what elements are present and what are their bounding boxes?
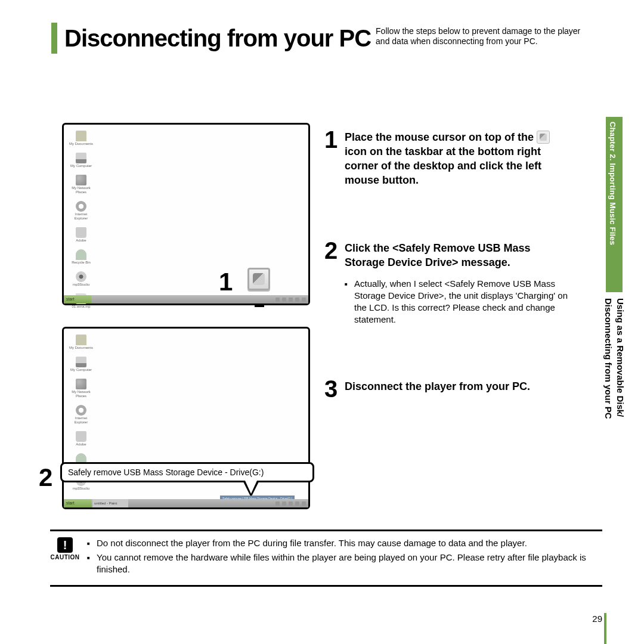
- desktop-icon-network: My Network Places: [69, 175, 94, 194]
- caution-icon: !: [57, 537, 73, 553]
- sidebar: Chapter 2. Importing Music Files Using a…: [606, 119, 633, 608]
- step-note: Actually, when I select <Safely Remove U…: [345, 278, 569, 326]
- desktop-icon-computer: My Computer: [69, 153, 94, 168]
- desktop-icon-docs: My Documents: [69, 335, 94, 350]
- step-title: Disconnect the player from your PC.: [345, 379, 569, 394]
- taskbar-start: start: [64, 499, 91, 507]
- sidebar-chapter-text: Chapter 2. Importing Music Files: [608, 122, 617, 245]
- page-number: 29: [592, 614, 602, 624]
- accent-bar: [51, 23, 57, 54]
- steps-column: 1 Place the mouse cursor on top of the i…: [324, 130, 569, 398]
- caution-icon-block: ! CAUTION: [50, 537, 80, 578]
- desktop-icon-ie: Internet Explorer: [69, 405, 94, 425]
- step-number: 1: [324, 130, 345, 187]
- desktop-icon-network: My Network Places: [69, 379, 94, 398]
- step-3: 3 Disconnect the player from your PC.: [324, 379, 569, 398]
- screenshot-1: My Documents My Computer My Network Plac…: [62, 123, 310, 305]
- desktop-icon-recycle: Recycle Bin: [69, 249, 94, 265]
- taskbar-start: start: [64, 295, 91, 304]
- caution-list: Do not disconnect the player from the PC…: [80, 537, 602, 578]
- page-header: Disconnecting from your PC Follow the st…: [51, 23, 602, 54]
- taskbar-tray: [275, 295, 308, 304]
- sidebar-chapter-tab: Chapter 2. Importing Music Files: [606, 117, 623, 292]
- safely-remove-icon: [537, 131, 550, 144]
- screenshot-label: 1: [219, 268, 233, 296]
- sidebar-section-line2: Disconnecting from your PC: [603, 298, 614, 419]
- step-number: 3: [324, 379, 345, 398]
- desktop-icon-adobe: Adobe: [69, 431, 94, 447]
- desktop-icon-computer: My Computer: [69, 357, 94, 372]
- screenshot-label: 2: [39, 463, 52, 492]
- step-title: Click the <Safely Remove USB Mass Storag…: [345, 241, 569, 270]
- caution-box: ! CAUTION Do not disconnect the player f…: [50, 530, 602, 587]
- desktop-icons: My Documents My Computer My Network Plac…: [69, 131, 94, 309]
- page-subtitle: Follow the steps below to prevent damage…: [376, 26, 590, 47]
- safe-remove-popup: Safely remove USB Mass Storage Device - …: [60, 462, 314, 482]
- taskbar: start untitled - Paint: [64, 499, 308, 507]
- taskbar-open-app: untitled - Paint: [92, 499, 128, 507]
- caution-label: CAUTION: [50, 554, 80, 561]
- step-notes: Actually, when I select <Safely Remove U…: [345, 278, 569, 326]
- popup-arrow: [243, 481, 259, 497]
- taskbar: start: [64, 295, 308, 304]
- caution-item: Do not disconnect the player from the PC…: [87, 537, 602, 549]
- step-number: 2: [324, 241, 345, 326]
- screenshots-column: My Documents My Computer My Network Plac…: [62, 123, 310, 531]
- desktop-icon-ie: Internet Explorer: [69, 201, 94, 221]
- footer-accent-bar: [604, 613, 606, 644]
- desktop-icon-mp3: mp3Studio: [69, 271, 94, 287]
- desktop-icon-adobe: Adobe: [69, 227, 94, 243]
- caution-item: You cannot remove the hardware while fil…: [87, 552, 602, 575]
- step-title-text-b: icon on the taskbar at the bottom right …: [345, 145, 541, 186]
- sidebar-section-line1: Using as a Removable Disk/: [615, 298, 626, 417]
- step-2: 2 Click the <Safely Remove USB Mass Stor…: [324, 241, 569, 326]
- tray-safely-remove-icon: [247, 268, 270, 290]
- screenshot-2: My Documents My Computer My Network Plac…: [62, 327, 310, 509]
- taskbar-tray: [275, 499, 308, 507]
- step-1: 1 Place the mouse cursor on top of the i…: [324, 130, 569, 187]
- desktop-icon-docs: My Documents: [69, 131, 94, 146]
- page-title: Disconnecting from your PC: [64, 23, 371, 54]
- step-title: Place the mouse cursor on top of the ico…: [345, 130, 569, 187]
- step-title-text-a: Place the mouse cursor on top of the: [345, 131, 537, 143]
- sidebar-section: Using as a Removable Disk/ Disconnecting…: [602, 298, 626, 419]
